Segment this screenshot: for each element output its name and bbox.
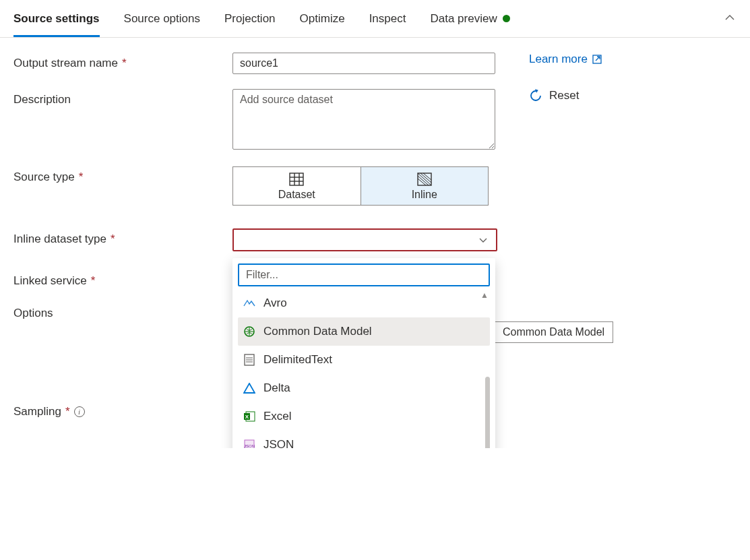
scroll-up-arrow[interactable]: ▲: [480, 290, 489, 300]
tab-source-settings[interactable]: Source settings: [13, 1, 100, 36]
tooltip-text: Common Data Model: [503, 326, 604, 338]
tab-optimize[interactable]: Optimize: [300, 1, 345, 36]
label-text: Description: [13, 93, 71, 106]
link-text: Learn more: [529, 53, 588, 66]
dropdown-item-label: JSON: [263, 438, 294, 448]
chevron-up-icon: [724, 12, 735, 23]
label-description: Description: [13, 89, 232, 106]
row-source-type: Source type * Dataset: [13, 166, 737, 206]
label-output-stream-name: Output stream name *: [13, 53, 232, 70]
label-options: Options: [13, 303, 232, 320]
tab-label: Inspect: [369, 12, 406, 26]
dropdown-item-avro[interactable]: Avro: [238, 289, 490, 317]
required-marker: *: [122, 57, 127, 70]
learn-more-link[interactable]: Learn more: [529, 53, 602, 66]
avro-icon: [243, 297, 255, 309]
inline-dataset-type-combo[interactable]: [232, 228, 497, 251]
required-marker: *: [111, 232, 115, 246]
dropdown-item-excel[interactable]: X Excel: [238, 402, 490, 431]
required-marker: *: [65, 405, 70, 418]
label-linked-service: Linked service *: [13, 270, 232, 288]
dropdown-list: ▲ Avro Common Data Model DelimitedText: [238, 289, 490, 448]
chevron-down-icon: [478, 235, 488, 245]
inline-icon: [417, 173, 432, 186]
tab-data-preview[interactable]: Data preview: [430, 1, 509, 36]
svg-text:X: X: [245, 414, 249, 420]
dropdown-item-label: DelimitedText: [263, 353, 332, 367]
description-input[interactable]: [232, 89, 495, 150]
dropdown-item-delimitedtext[interactable]: DelimitedText: [238, 346, 490, 374]
tab-label: Source options: [124, 12, 200, 26]
form-area: Output stream name * Learn more Descript…: [0, 38, 750, 448]
delimited-icon: [243, 354, 255, 366]
tab-label: Source settings: [13, 12, 100, 26]
dropdown-tooltip: Common Data Model: [494, 321, 613, 343]
dataset-icon: [289, 173, 304, 186]
dropdown-item-label: Avro: [263, 297, 287, 310]
external-link-icon: [592, 54, 602, 65]
label-sampling: Sampling * i: [13, 401, 232, 418]
inline-dataset-type-dropdown: ▲ Avro Common Data Model DelimitedText: [232, 258, 495, 448]
delta-icon: [243, 382, 255, 394]
dropdown-item-label: Excel: [263, 410, 292, 423]
svg-text:JSON: JSON: [244, 444, 255, 448]
output-stream-name-input[interactable]: [232, 53, 495, 74]
reset-icon: [529, 89, 542, 102]
label-inline-dataset-type: Inline dataset type *: [13, 228, 232, 246]
required-marker: *: [79, 170, 84, 184]
required-marker: *: [91, 274, 96, 288]
dropdown-scrollbar[interactable]: [485, 377, 490, 448]
dropdown-item-json[interactable]: JSON JSON: [238, 431, 490, 448]
cdm-icon: [243, 325, 255, 338]
collapse-panel-button[interactable]: [724, 12, 735, 25]
source-type-inline[interactable]: Inline: [361, 167, 489, 205]
info-icon[interactable]: i: [74, 406, 85, 417]
seg-label: Dataset: [278, 189, 315, 201]
row-output-stream-name: Output stream name * Learn more: [13, 53, 737, 74]
tab-label: Projection: [224, 12, 276, 26]
excel-icon: X: [243, 410, 255, 423]
tab-label: Optimize: [300, 12, 345, 26]
source-type-segmented: Dataset Inline: [232, 166, 489, 206]
label-text: Linked service: [13, 274, 87, 288]
label-source-type: Source type *: [13, 166, 232, 184]
seg-label: Inline: [412, 189, 437, 201]
label-text: Options: [13, 307, 53, 320]
row-description: Description Reset: [13, 89, 737, 152]
label-text: Output stream name: [13, 57, 118, 70]
label-text: Inline dataset type: [13, 232, 106, 246]
reset-button[interactable]: Reset: [529, 89, 579, 102]
dropdown-item-label: Delta: [263, 381, 290, 395]
dropdown-filter-input[interactable]: [238, 263, 490, 286]
source-type-dataset[interactable]: Dataset: [233, 167, 361, 205]
label-text: Source type: [13, 170, 75, 184]
dropdown-item-common-data-model[interactable]: Common Data Model: [238, 317, 490, 346]
tab-source-options[interactable]: Source options: [124, 1, 200, 36]
row-inline-dataset-type: Inline dataset type * ▲ Avro Commo: [13, 228, 737, 251]
json-icon: JSON: [243, 439, 255, 448]
tab-inspect[interactable]: Inspect: [369, 1, 406, 36]
reset-label: Reset: [549, 89, 579, 102]
dropdown-item-delta[interactable]: Delta: [238, 374, 490, 402]
tab-projection[interactable]: Projection: [224, 1, 276, 36]
tab-label: Data preview: [430, 12, 497, 26]
status-dot-icon: [503, 15, 510, 22]
svg-rect-1: [290, 173, 303, 185]
tab-bar: Source settings Source options Projectio…: [0, 0, 750, 38]
dropdown-item-label: Common Data Model: [263, 325, 372, 338]
label-text: Sampling: [13, 405, 61, 418]
